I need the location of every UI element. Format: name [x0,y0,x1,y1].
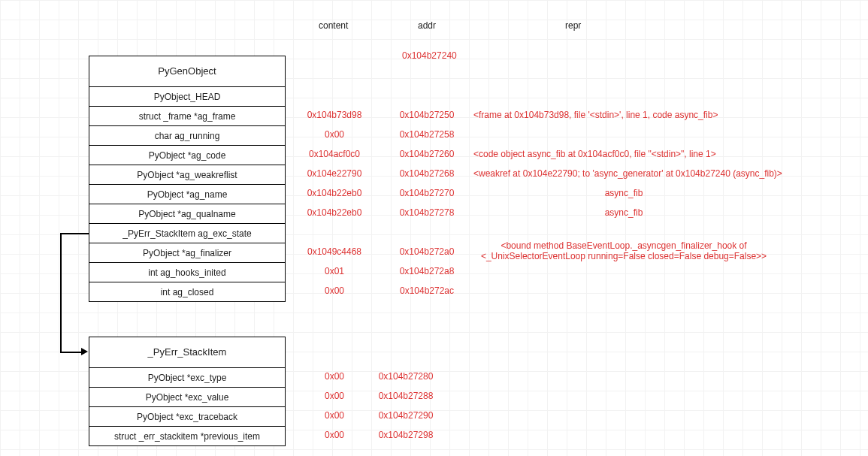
repr-value: <code object async_fib at 0x104acf0c0, f… [473,149,716,159]
struct-row: PyObject *exc_value [89,387,285,406]
addr-value: 0x104b272a0 [400,246,455,257]
arrow-segment [60,233,62,352]
addr-value: 0x104b27278 [400,207,455,218]
repr-value: <weakref at 0x104e22790; to 'async_gener… [473,168,782,179]
col-header-addr: addr [418,20,436,31]
struct-row: PyObject *exc_type [89,367,285,387]
arrow-segment [60,352,83,353]
struct-row: int ag_hooks_inited [89,262,285,282]
content-value: 0x104e22790 [307,168,362,179]
content-value: 0x104b22eb0 [307,188,362,198]
addr-value: 0x104b27258 [400,129,455,140]
struct-row: char ag_running [89,125,285,145]
struct-row: PyObject_HEAD [89,86,285,106]
struct-row: struct _err_stackitem *previous_item [89,426,285,445]
content-value: 0x104acf0c0 [309,149,360,159]
addr-value: 0x104b27298 [379,430,434,440]
addr-value: 0x104b272a8 [400,266,455,276]
addr-value: 0x104b27268 [400,168,455,179]
addr-value: 0x104b27290 [379,410,434,421]
content-value: 0x00 [325,391,344,401]
struct-row: int ag_closed [89,282,285,301]
addr-value: 0x104b27270 [400,188,455,198]
col-header-content: content [319,20,348,31]
repr-value: <bound method BaseEventLoop._asyncgen_fi… [481,240,767,261]
addr-value: 0x104b27288 [379,391,434,401]
repr-value: <frame at 0x104b73d98, file '<stdin>', l… [473,110,718,120]
addr-value: 0x104b27280 [379,371,434,382]
content-value: 0x00 [325,430,344,440]
box-title: _PyErr_StackItem [89,337,285,367]
struct-box-pyerrstackitem: _PyErr_StackItem PyObject *exc_typePyObj… [89,337,286,446]
struct-row: PyObject *exc_traceback [89,406,285,426]
arrow-head-icon [81,348,88,355]
addr-value: 0x104b27260 [400,149,455,159]
addr-value: 0x104b272ac [400,285,454,296]
struct-row: PyObject *ag_qualname [89,204,285,223]
struct-row: struct _frame *ag_frame [89,106,285,125]
struct-row: PyObject *ag_name [89,184,285,204]
struct-row: PyObject *ag_finalizer [89,243,285,262]
struct-row: PyObject *ag_weakreflist [89,165,285,184]
content-value: 0x1049c4468 [307,246,361,257]
repr-value: async_fib [605,188,643,198]
content-value: 0x104b22eb0 [307,207,362,218]
repr-value: async_fib [605,207,643,218]
col-header-repr: repr [565,20,581,31]
struct-row: _PyErr_StackItem ag_exc_state [89,223,285,243]
struct-row: PyObject *ag_code [89,145,285,165]
addr-value: 0x104b27250 [400,110,455,120]
content-value: 0x00 [325,410,344,421]
struct-box-pygenobject: PyGenObject PyObject_HEADstruct _frame *… [89,56,286,302]
content-value: 0x00 [325,129,344,140]
content-value: 0x00 [325,371,344,382]
arrow-segment [60,233,89,234]
content-value: 0x00 [325,285,344,296]
top-addr-value: 0x104b27240 [402,50,457,61]
content-value: 0x104b73d98 [307,110,362,120]
content-value: 0x01 [325,266,344,276]
box-title: PyGenObject [89,56,285,86]
